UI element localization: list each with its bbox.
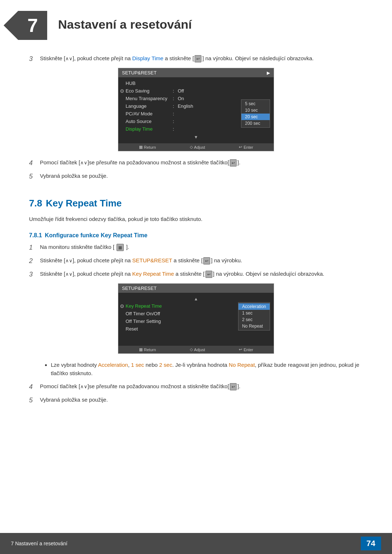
footer-text: 7 Nastavení a resetování — [11, 541, 68, 546]
step-5-bottom: 5 Vybraná položka se použije. — [29, 396, 363, 404]
monitor-2-row-krt: ⚙ Key Repeat Time Acceleration 1 sec 2 s… — [118, 302, 274, 310]
dropdown-item-1sec: 1 sec — [238, 310, 270, 316]
monitor-1-title: SETUP&RESET — [122, 70, 156, 75]
monitor-1-enter: ↩Enter — [239, 145, 253, 149]
monitor-1-row-hub: HUB — [118, 79, 274, 87]
page-footer: 7 Nastavení a resetování 74 — [0, 533, 392, 554]
monitor-1-row-eco: ⚙ Eco Saving : Off — [118, 87, 274, 95]
accel-value: Acceleration — [98, 362, 128, 368]
menu-icon-1: ▦ — [117, 244, 124, 251]
step-3-top-text: Stiskněte [∧∨], pokud chcete přejít na D… — [40, 54, 314, 63]
monitor-2-titlebar: SETUP&RESET — [118, 284, 274, 293]
chapter-title: Nastavení a resetování — [58, 17, 192, 32]
monitor-1-return: ▦Return — [139, 145, 156, 149]
enter-icon-2: ↩ — [230, 159, 237, 167]
main-content: 3 Stiskněte [∧∨], pokud chcete přejít na… — [0, 47, 392, 431]
step-5-top: 5 Vybraná položka se použije. — [29, 172, 363, 180]
subsection-781-title: Konfigurace funkce Key Repeat Time — [45, 232, 147, 239]
enter-icon-1: ↩ — [195, 55, 201, 63]
step-5-bottom-text: Vybraná položka se použije. — [40, 396, 108, 404]
display-time-link: Display Time — [132, 55, 163, 61]
dropdown-item-accel: Acceleration — [238, 303, 270, 310]
bullet-item-1: Lze vybrat hodnoty Acceleration, 1 sec n… — [51, 361, 363, 377]
monitor-1-dropdown: 5 sec 10 sec 20 sec 200 sec — [241, 99, 270, 128]
step-3-top: 3 Stiskněte [∧∨], pokud chcete přejít na… — [29, 54, 363, 63]
monitor-screenshot-2: SETUP&RESET ▲ ⚙ Key Repeat Time Accelera… — [118, 283, 274, 354]
enter-icon-3: ↩ — [203, 257, 210, 265]
monitor-2-arrow-up: ▲ — [118, 295, 274, 302]
step-num-3-top: 3 — [29, 55, 40, 63]
step-2-bottom: 2 Stiskněte [∧∨], pokud chcete přejít na… — [29, 257, 363, 265]
chapter-number: 7 — [18, 11, 47, 40]
step-1-bottom: 1 Na monitoru stiskněte tlačítko [ ▦ ]. — [29, 243, 363, 251]
enter-icon-5: ↩ — [230, 383, 237, 391]
enter-icon-4: ↩ — [205, 271, 212, 278]
step-5-top-text: Vybraná položka se použije. — [40, 172, 108, 180]
dropdown-item-20sec: 20 sec — [241, 114, 270, 120]
dropdown-item-10sec: 10 sec — [241, 107, 270, 114]
subsection-781-heading: 7.8.1 Konfigurace funkce Key Repeat Time — [29, 232, 363, 239]
section-78-num: 7.8 — [29, 198, 42, 209]
dropdown-item-5sec: 5 sec — [241, 100, 270, 107]
step-3-bottom: 3 Stiskněte [∧∨], pokud chcete přejít na… — [29, 270, 363, 278]
monitor-2-return: ▦Return — [139, 347, 156, 352]
2sec-value: 2 sec — [159, 362, 172, 368]
subsection-781-num: 7.8.1 — [29, 232, 42, 239]
monitor-2-dropdown: Acceleration 1 sec 2 sec No Repeat — [238, 302, 270, 331]
monitor-2-footer: ▦Return ◇Adjust ↩Enter — [118, 346, 274, 353]
step-4-top: 4 Pomocí tlačítek [∧∨]se přesuňte na pož… — [29, 159, 363, 167]
monitor-1-body: HUB ⚙ Eco Saving : Off Menu Transparency… — [118, 77, 274, 143]
step-4-bottom: 4 Pomocí tlačítek [∧∨]se přesuňte na pož… — [29, 382, 363, 391]
key-repeat-time-link: Key Repeat Time — [132, 271, 174, 277]
section-78-heading: 7.8 Key Repeat Time — [29, 198, 363, 209]
dropdown-item-2sec: 2 sec — [238, 316, 270, 323]
monitor-1-row-auto: Auto Source : 5 sec 10 sec 20 sec 200 se… — [118, 118, 274, 125]
norepeat-value: No Repeat — [229, 362, 255, 368]
1sec-value: 1 sec — [131, 362, 144, 368]
section-78-description: Umožňuje řídit frekvenci odezvy tlačítka… — [29, 215, 363, 223]
arrow-right-icon: ▶ — [267, 70, 270, 75]
monitor-1-titlebar: SETUP&RESET ▶ — [118, 68, 274, 77]
setup-reset-link: SETUP&RESET — [132, 257, 172, 263]
monitor-2-title: SETUP&RESET — [122, 286, 156, 291]
dropdown-item-norepeat: No Repeat — [238, 323, 270, 329]
bullet-list: Lze vybrat hodnoty Acceleration, 1 sec n… — [51, 361, 363, 377]
monitor-2-spacer — [118, 333, 274, 344]
page-number: 74 — [361, 537, 381, 550]
monitor-2-adjust: ◇Adjust — [190, 347, 205, 352]
monitor-1-footer: ▦Return ◇Adjust ↩Enter — [118, 143, 274, 151]
monitor-screenshot-1: SETUP&RESET ▶ HUB ⚙ Eco Saving : Off Men… — [118, 68, 274, 151]
dropdown-item-200sec: 200 sec — [241, 120, 270, 127]
monitor-2-body: ▲ ⚙ Key Repeat Time Acceleration 1 sec 2… — [118, 293, 274, 346]
monitor-2-enter: ↩Enter — [239, 347, 253, 352]
monitor-1-arrow-down: ▼ — [118, 135, 274, 141]
page-header: 7 Nastavení a resetování — [0, 0, 392, 47]
section-78-title: Key Repeat Time — [46, 198, 122, 209]
monitor-1-adjust: ◇Adjust — [190, 145, 205, 149]
